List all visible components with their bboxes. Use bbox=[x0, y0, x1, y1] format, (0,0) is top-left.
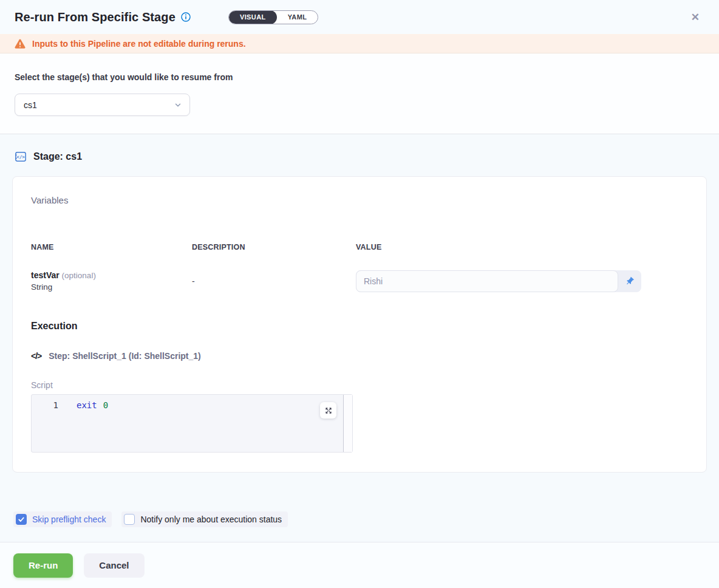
stage-heading: Stage: cs1 bbox=[33, 151, 82, 162]
variable-optional-tag: (optional) bbox=[62, 271, 96, 280]
warning-banner-text: Inputs to this Pipeline are not editable… bbox=[32, 39, 246, 49]
stage-select-label: Select the stage(s) that you would like … bbox=[15, 72, 704, 82]
column-name: NAME bbox=[31, 243, 192, 251]
skip-preflight-checkbox[interactable] bbox=[16, 514, 27, 525]
svg-text:</>: </> bbox=[16, 154, 25, 160]
info-icon[interactable] bbox=[181, 12, 191, 22]
column-description: DESCRIPTION bbox=[192, 243, 356, 251]
expand-icon[interactable] bbox=[320, 402, 336, 419]
chevron-down-icon bbox=[174, 101, 182, 109]
warning-triangle-icon bbox=[15, 39, 26, 49]
visual-yaml-toggle: VISUAL YAML bbox=[228, 10, 319, 24]
pin-icon[interactable] bbox=[618, 270, 641, 292]
stage-icon: </> bbox=[15, 151, 27, 163]
variables-table: NAME DESCRIPTION VALUE testVar (optional… bbox=[31, 243, 688, 293]
variable-value-input[interactable] bbox=[356, 270, 618, 292]
modal-footer: Re-run Cancel bbox=[0, 542, 719, 588]
step-row: </> Step: ShellScript_1 (Id: ShellScript… bbox=[31, 351, 688, 361]
script-editor[interactable]: 1 exit0 bbox=[31, 394, 353, 453]
variable-name-cell: testVar (optional) String bbox=[31, 270, 192, 293]
line-number: 1 bbox=[32, 400, 58, 410]
skip-preflight-label: Skip preflight check bbox=[32, 514, 106, 524]
run-options: Skip preflight check Notify only me abou… bbox=[13, 511, 707, 527]
notify-me-label: Notify only me about execution status bbox=[140, 514, 282, 524]
variables-heading: Variables bbox=[31, 195, 688, 205]
stage-select-dropdown[interactable]: cs1 bbox=[15, 94, 190, 116]
page-title: Re-run From Specific Stage bbox=[15, 10, 175, 24]
variable-description: - bbox=[192, 276, 356, 286]
execution-heading: Execution bbox=[31, 321, 688, 332]
editor-scrollbar[interactable] bbox=[343, 395, 352, 452]
variable-name: testVar bbox=[31, 270, 60, 280]
tab-visual[interactable]: VISUAL bbox=[229, 10, 277, 24]
table-row: testVar (optional) String - bbox=[31, 270, 688, 293]
column-value: VALUE bbox=[356, 243, 688, 251]
variable-value-cell bbox=[356, 270, 641, 292]
step-label: Step: ShellScript_1 (Id: ShellScript_1) bbox=[49, 351, 201, 361]
code-text: exit0 bbox=[77, 400, 108, 410]
modal-body: </> Stage: cs1 Variables NAME DESCRIPTIO… bbox=[0, 134, 719, 542]
notify-me-option[interactable]: Notify only me about execution status bbox=[121, 511, 288, 527]
stage-card: Variables NAME DESCRIPTION VALUE testVar… bbox=[12, 176, 707, 473]
stage-select-value: cs1 bbox=[24, 100, 174, 110]
warning-banner: Inputs to this Pipeline are not editable… bbox=[0, 34, 719, 53]
variable-type: String bbox=[31, 281, 192, 293]
tab-yaml[interactable]: YAML bbox=[277, 10, 318, 24]
stage-heading-row: </> Stage: cs1 bbox=[12, 134, 707, 176]
variables-table-header: NAME DESCRIPTION VALUE bbox=[31, 243, 688, 251]
code-line: 1 exit0 bbox=[32, 395, 352, 410]
rerun-button[interactable]: Re-run bbox=[13, 553, 73, 578]
skip-preflight-option[interactable]: Skip preflight check bbox=[13, 511, 112, 527]
modal-header: Re-run From Specific Stage VISUAL YAML ✕ bbox=[0, 0, 719, 34]
script-label: Script bbox=[31, 380, 688, 390]
close-icon[interactable]: ✕ bbox=[691, 12, 700, 22]
rerun-modal: Re-run From Specific Stage VISUAL YAML ✕… bbox=[0, 0, 719, 588]
code-icon: </> bbox=[31, 351, 41, 361]
notify-me-checkbox[interactable] bbox=[124, 514, 135, 525]
stage-select-section: Select the stage(s) that you would like … bbox=[0, 53, 719, 134]
cancel-button[interactable]: Cancel bbox=[84, 553, 144, 578]
